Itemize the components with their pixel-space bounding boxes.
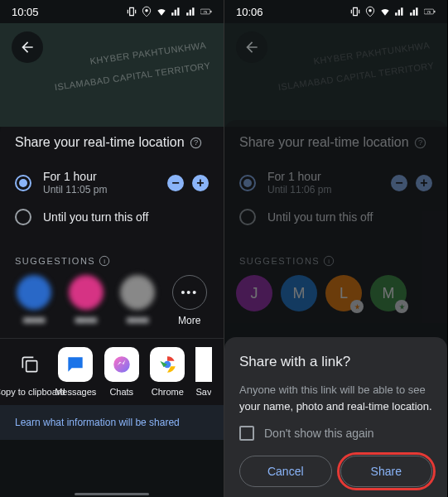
apps-row: Copy to clipboard Messages Chats Chrome … <box>0 338 224 405</box>
dialog-title: Share with a link? <box>239 354 432 370</box>
suggestions-header: SUGGESTIONS <box>15 256 95 266</box>
location-icon <box>141 6 152 17</box>
arrow-left-icon <box>19 39 36 55</box>
back-button[interactable] <box>236 31 267 63</box>
help-icon[interactable]: ? <box>190 137 202 149</box>
info-icon: i <box>323 255 335 267</box>
contacts-row: J M L M <box>224 275 447 323</box>
screen-right: 10:06 79 KHYBER PAKHTUNKHWA ISLAMABAD CA… <box>224 0 447 497</box>
status-icons: 79 <box>349 6 436 17</box>
suggestion-contact[interactable]: ■■■■ <box>12 275 57 326</box>
status-icons: 79 <box>126 6 212 17</box>
contact-avatar: M <box>370 275 407 311</box>
radio-unselected <box>239 209 256 225</box>
suggestions-header: SUGGESTIONS <box>239 256 320 266</box>
signal-icon <box>394 6 406 17</box>
option-until-off: Until you turn this off <box>239 202 432 232</box>
suggestion-contact[interactable]: ■■■■ <box>115 275 161 326</box>
status-bar: 10:05 79 <box>0 0 224 23</box>
nav-handle[interactable] <box>75 493 149 495</box>
vibrate-icon <box>126 6 137 17</box>
svg-rect-14 <box>434 11 435 12</box>
decrease-button[interactable]: − <box>167 175 184 191</box>
bottom-sheet-dimmed: Share your real-time location ? For 1 ho… <box>224 120 447 323</box>
messenger-icon <box>111 354 132 375</box>
svg-rect-8 <box>26 361 36 372</box>
help-icon: ? <box>414 137 426 149</box>
wifi-icon <box>156 6 167 17</box>
radio-selected <box>239 175 256 191</box>
svg-text:i: i <box>328 258 330 265</box>
signal-icon <box>171 6 182 17</box>
location-icon <box>364 6 376 17</box>
app-chats[interactable]: Chats <box>104 347 140 397</box>
svg-point-0 <box>145 9 148 12</box>
option-label: For 1 hour <box>43 170 156 183</box>
vibrate-icon <box>349 6 361 17</box>
signal-icon-2 <box>409 6 421 17</box>
map-region-label: KHYBER PAKHTUNKHWA <box>89 40 207 66</box>
checkbox-icon[interactable] <box>239 426 254 441</box>
svg-text:79: 79 <box>204 10 208 14</box>
status-bar: 10:06 79 <box>224 0 447 23</box>
dialog-body: Anyone with this link will be able to se… <box>239 382 432 414</box>
bottom-sheet: Share your real-time location ? For 1 ho… <box>0 120 224 440</box>
option-for-duration[interactable]: For 1 hour Until 11:05 pm − + <box>15 163 209 202</box>
contact-avatar: L <box>325 275 362 311</box>
copy-icon <box>19 354 41 375</box>
sheet-title: Share your real-time location <box>239 135 409 150</box>
info-icon[interactable]: i <box>99 255 110 267</box>
svg-text:i: i <box>104 258 105 265</box>
clock: 10:05 <box>12 6 39 18</box>
app-copy[interactable]: Copy to clipboard <box>12 347 48 397</box>
clock: 10:06 <box>236 6 263 18</box>
back-button[interactable] <box>12 31 43 63</box>
arrow-left-icon <box>243 39 260 55</box>
option-for-duration: For 1 hour Until 11:06 pm − + <box>239 163 432 202</box>
radio-selected[interactable] <box>15 175 31 191</box>
svg-text:79: 79 <box>427 10 431 14</box>
battery-icon: 79 <box>424 6 436 17</box>
option-until-off[interactable]: Until you turn this off <box>15 202 209 232</box>
share-link-dialog: Share with a link? Anyone with this link… <box>224 337 447 497</box>
svg-text:?: ? <box>193 138 197 147</box>
svg-rect-2 <box>210 11 211 12</box>
decrease-button: − <box>391 175 407 191</box>
app-save[interactable]: Sav <box>195 347 212 397</box>
map-region-label: KHYBER PAKHTUNKHWA <box>313 40 431 66</box>
radio-unselected[interactable] <box>15 209 31 225</box>
chrome-icon <box>157 354 178 375</box>
svg-point-12 <box>369 9 372 12</box>
increase-button[interactable]: + <box>192 175 209 191</box>
increase-button: + <box>416 175 432 191</box>
app-chrome[interactable]: Chrome <box>150 347 186 397</box>
battery-icon: 79 <box>200 6 212 17</box>
app-messages[interactable]: Messages <box>58 347 94 397</box>
contact-avatar: J <box>236 275 272 311</box>
wifi-icon <box>379 6 391 17</box>
map-region-label: ISLAMABAD CAPITAL TERRITORY <box>277 60 435 92</box>
suggestion-more[interactable]: •••More <box>167 275 213 326</box>
learn-link[interactable]: Learn what information will be shared <box>0 405 224 440</box>
suggestions-row: ■■■■ ■■■■ ■■■■ •••More <box>0 275 224 338</box>
option-sublabel: Until 11:05 pm <box>43 184 156 195</box>
share-button[interactable]: Share <box>340 456 433 487</box>
dont-show-again[interactable]: Don't show this again <box>239 426 432 441</box>
sheet-title: Share your real-time location <box>15 135 185 150</box>
map-region-label: ISLAMABAD CAPITAL TERRITORY <box>54 60 211 92</box>
suggestion-contact[interactable]: ■■■■ <box>64 275 109 326</box>
option-label: Until you turn this off <box>43 210 209 224</box>
messages-icon <box>65 354 86 375</box>
svg-point-9 <box>113 356 130 373</box>
cancel-button[interactable]: Cancel <box>239 456 332 487</box>
signal-icon-2 <box>185 6 197 17</box>
svg-text:?: ? <box>417 138 422 147</box>
screen-left: 10:05 79 KHYBER PAKHTUNKHWA ISLAMABAD CA… <box>0 0 224 497</box>
contact-avatar: M <box>281 275 317 311</box>
